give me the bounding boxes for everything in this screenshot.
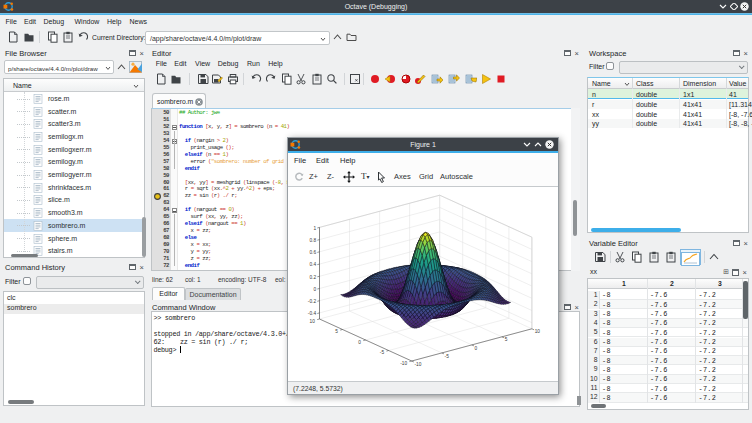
svg-text:-5: -5 [445, 354, 450, 359]
svg-text:0.6: 0.6 [309, 250, 316, 255]
svg-text:0.2: 0.2 [309, 275, 316, 280]
svg-text:0.4: 0.4 [309, 262, 316, 267]
svg-text:-10: -10 [415, 362, 422, 367]
svg-text:-5: -5 [380, 350, 385, 355]
svg-text:-10: -10 [400, 361, 407, 366]
svg-text:5: 5 [505, 337, 508, 342]
svg-text:10: 10 [535, 329, 541, 334]
svg-text:0: 0 [475, 346, 478, 351]
svg-text:0.8: 0.8 [309, 238, 316, 243]
svg-text:1: 1 [313, 226, 316, 231]
svg-text:-0.4: -0.4 [308, 311, 317, 316]
svg-text:10: 10 [310, 319, 316, 324]
svg-text:-0.2: -0.2 [308, 299, 317, 304]
svg-text:0: 0 [358, 340, 361, 345]
svg-text:5: 5 [335, 329, 338, 334]
svg-text:0: 0 [313, 287, 316, 292]
